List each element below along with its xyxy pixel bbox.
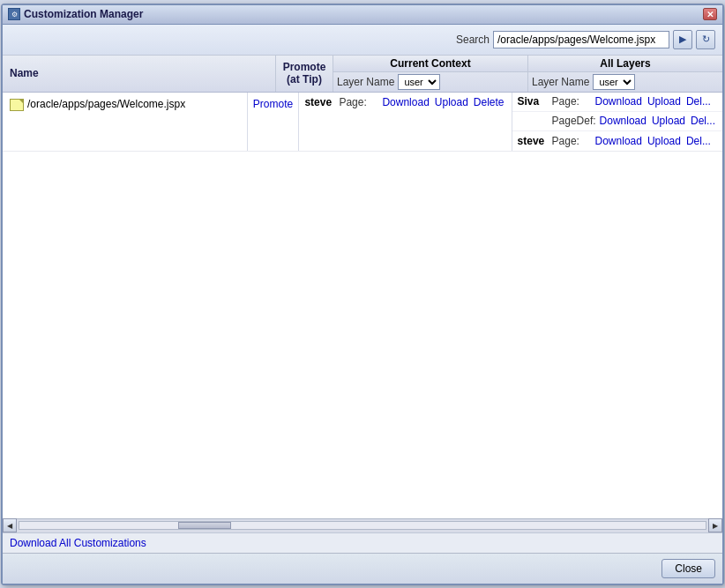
current-user: steve [304, 96, 335, 108]
horizontal-scrollbar[interactable]: ◀ ▶ [3, 518, 722, 532]
all-upload-2[interactable]: Upload [647, 135, 681, 147]
header-current-context: Current Context Layer Name user [333, 56, 528, 92]
window-close-button[interactable]: ✕ [703, 8, 717, 20]
all-layers-row-2: steve Page: Download Upload Del... [512, 131, 722, 151]
refresh-button[interactable]: ↻ [696, 30, 715, 49]
layer-name-label-current: Layer Name [337, 76, 394, 88]
layer-select-current[interactable]: user [398, 74, 440, 90]
all-layers-title: All Layers [528, 56, 722, 72]
cell-promote: Promote [248, 93, 300, 151]
header-name-label: Name [10, 67, 39, 79]
search-input[interactable] [493, 31, 669, 48]
cell-current-context: steve Page: Download Upload Delete [299, 93, 512, 151]
title-bar-left: ⚙ Customization Manager [8, 8, 143, 20]
content-area: Name Promote (at Tip) Current Context La… [3, 56, 722, 532]
go-button[interactable]: ▶ [673, 30, 692, 49]
all-delete-2[interactable]: Del... [686, 135, 711, 147]
all-type-1: PageDef: [552, 115, 596, 127]
promote-link[interactable]: Promote [253, 98, 293, 110]
layer-select-all[interactable]: user [593, 74, 635, 90]
table-row: /oracle/apps/pages/Welcome.jspx Promote … [3, 93, 722, 152]
window-icon: ⚙ [8, 8, 20, 20]
all-download-1[interactable]: Download [600, 115, 647, 127]
window-title: Customization Manager [24, 8, 143, 20]
scroll-left-button[interactable]: ◀ [3, 518, 17, 532]
header-all-layers: All Layers Layer Name user [528, 56, 722, 92]
file-icon [10, 99, 24, 111]
toolbar: Search ▶ ↻ [3, 25, 722, 56]
layer-name-label-all: Layer Name [532, 76, 589, 88]
all-layers-row-0: Siva Page: Download Upload Del... [512, 93, 722, 112]
all-layers-row-1: PageDef: Download Upload Del... [512, 112, 722, 131]
all-user-2: steve [518, 135, 549, 147]
current-delete-link[interactable]: Delete [474, 96, 505, 108]
header-name: Name [3, 56, 276, 92]
all-delete-1[interactable]: Del... [691, 115, 715, 127]
all-download-0[interactable]: Download [595, 95, 642, 108]
file-path: /oracle/apps/pages/Welcome.jspx [27, 98, 185, 110]
all-type-2: Page: [552, 135, 592, 147]
all-upload-0[interactable]: Upload [647, 95, 681, 108]
download-all-link[interactable]: Download All Customizations [10, 537, 146, 549]
all-layers-filter: Layer Name user [528, 72, 722, 92]
current-page-label: Page: [339, 96, 378, 108]
search-label: Search [456, 33, 490, 46]
header-promote-label: Promote (at Tip) [283, 61, 326, 86]
header-promote: Promote (at Tip) [276, 56, 333, 92]
all-download-2[interactable]: Download [595, 135, 642, 147]
scroll-right-button[interactable]: ▶ [708, 518, 722, 532]
current-context-filter: Layer Name user [333, 72, 527, 92]
table-header: Name Promote (at Tip) Current Context La… [3, 56, 722, 93]
current-download-link[interactable]: Download [382, 96, 429, 108]
scroll-thumb[interactable] [178, 522, 231, 529]
scroll-track[interactable] [19, 521, 706, 530]
current-context-row: steve Page: Download Upload Delete [299, 93, 511, 112]
all-upload-1[interactable]: Upload [652, 115, 685, 127]
bottom-bar: Close [3, 553, 722, 584]
current-context-title: Current Context [333, 56, 527, 72]
customization-manager-window: ⚙ Customization Manager ✕ Search ▶ ↻ Nam… [1, 4, 724, 585]
title-bar: ⚙ Customization Manager ✕ [3, 5, 722, 25]
all-user-0: Siva [518, 95, 549, 108]
current-upload-link[interactable]: Upload [435, 96, 468, 108]
close-button[interactable]: Close [661, 559, 715, 578]
cell-all-layers: Siva Page: Download Upload Del... PageDe… [512, 93, 722, 151]
footer-bar: Download All Customizations [3, 532, 722, 553]
table-body: /oracle/apps/pages/Welcome.jspx Promote … [3, 93, 722, 518]
all-type-0: Page: [552, 95, 592, 108]
all-delete-0[interactable]: Del... [686, 95, 711, 108]
cell-name: /oracle/apps/pages/Welcome.jspx [3, 93, 248, 151]
